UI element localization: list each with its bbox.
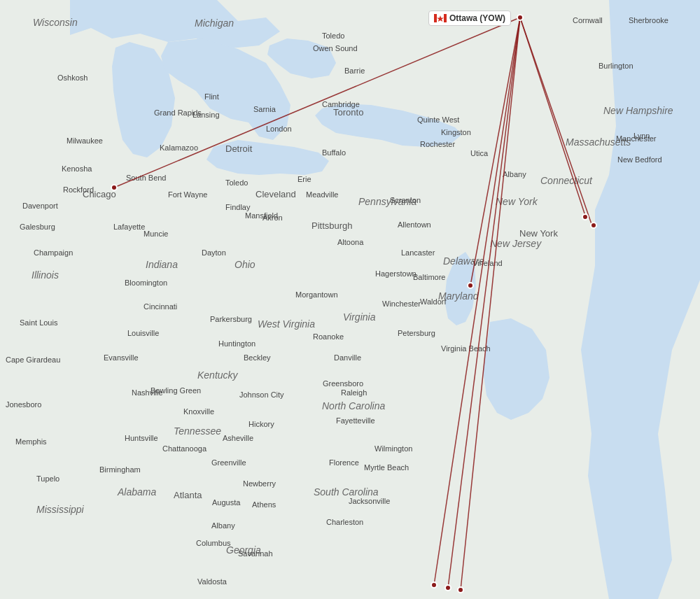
airport-marker-ord xyxy=(111,184,118,191)
airport-marker-fla3 xyxy=(457,586,464,593)
airport-marker-yow xyxy=(517,14,524,21)
svg-rect-9 xyxy=(434,14,437,22)
map-container: Wisconsin Toledo Oshkosh Milwaukee Kenos… xyxy=(0,0,700,599)
airport-name-yow: Ottawa (YOW) xyxy=(449,13,505,23)
airport-marker-bwi xyxy=(467,282,474,289)
airport-marker-fla2 xyxy=(444,584,451,591)
airport-label-yow: Ottawa (YOW) xyxy=(428,10,511,26)
airport-marker-lga xyxy=(590,222,597,229)
canada-flag-icon xyxy=(434,14,447,22)
airport-marker-jfk xyxy=(582,213,589,220)
airport-marker-fla1 xyxy=(430,582,438,589)
svg-rect-10 xyxy=(444,14,447,22)
